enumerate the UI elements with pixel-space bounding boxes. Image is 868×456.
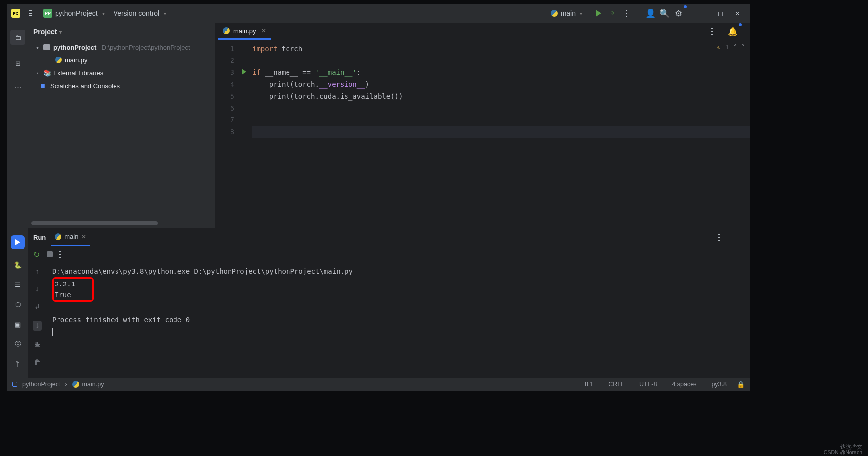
editor-more-button[interactable]	[705, 25, 719, 39]
python-console-button[interactable]: ⬡	[13, 300, 22, 309]
scrollbar-thumb[interactable]	[31, 221, 158, 225]
breadcrumb-file[interactable]: main.py	[72, 381, 104, 388]
dots-vertical-icon	[711, 28, 713, 35]
status-indent[interactable]: 4 spaces	[672, 381, 696, 388]
run-more-button[interactable]	[712, 230, 726, 244]
run-more-actions-button[interactable]	[59, 251, 61, 258]
hide-run-button[interactable]: ―	[731, 230, 745, 244]
project-tree[interactable]: ▾ pythonProject D:\pythonProject\pythonP…	[28, 41, 215, 220]
search-everywhere-button[interactable]: 🔍	[657, 6, 671, 20]
line-num: 5	[215, 90, 234, 102]
code-text[interactable]: import torch if __name__ == '__main__': …	[249, 41, 750, 228]
branch-icon: ᛘ	[16, 360, 20, 368]
vcs-button[interactable]: ᛘ	[13, 359, 22, 368]
problems-count: 1	[725, 44, 729, 51]
services-button[interactable]: ☰	[13, 280, 22, 289]
python-icon	[223, 27, 230, 34]
debug-button[interactable]: ⌖	[605, 6, 619, 20]
next-problem-button[interactable]: ˅	[742, 44, 745, 51]
chevron-down-icon: ▾	[34, 45, 40, 50]
run-body: Run main ✕ ― ↻ ↑ ↓ ↲ ⤓	[28, 228, 750, 378]
play-icon	[15, 239, 20, 245]
warning-icon: ⓪	[15, 340, 21, 348]
run-tab-label: main	[64, 233, 78, 240]
window-close-button[interactable]: ✕	[729, 6, 746, 21]
scratch-icon: ≣	[40, 82, 47, 89]
python-icon	[55, 57, 62, 63]
notifications-button[interactable]: 🔔	[726, 25, 740, 39]
python-packages-button[interactable]: 🐍	[13, 260, 22, 269]
line-gutter: 1 2 3 4 5 6 7 8	[215, 41, 238, 228]
dots-vertical-icon	[718, 234, 720, 241]
sidebar-hscrollbar[interactable]	[31, 221, 212, 225]
status-linesep[interactable]: CRLF	[608, 381, 625, 388]
clear-button[interactable]: 🗑	[34, 358, 41, 366]
tree-root[interactable]: ▾ pythonProject D:\pythonProject\pythonP…	[31, 41, 215, 54]
problems-button[interactable]: ⓪	[13, 340, 22, 348]
close-run-tab-button[interactable]: ✕	[81, 233, 86, 240]
bug-icon: ⌖	[610, 8, 615, 18]
line-num: 8	[215, 126, 234, 138]
line-num: 4	[215, 78, 234, 90]
print-button[interactable]: 🖶	[34, 341, 41, 348]
maximize-icon: ◻	[718, 10, 723, 17]
soft-wrap-button[interactable]: ↲	[34, 303, 40, 311]
layers-icon: ☰	[15, 281, 21, 288]
terminal-button[interactable]: ▣	[13, 320, 22, 329]
more-tools-button[interactable]: ⋯	[13, 82, 23, 92]
tree-file-main[interactable]: main.py	[31, 54, 215, 66]
person-plus-icon: 👤	[645, 8, 656, 19]
project-sidebar: Project ▾ ▾ pythonProject D:\pythonProje…	[28, 23, 215, 228]
vcs-label: Version control	[114, 9, 160, 17]
close-tab-button[interactable]: ✕	[261, 27, 266, 34]
prev-problem-button[interactable]: ˄	[734, 44, 737, 51]
status-encoding[interactable]: UTF-8	[639, 381, 657, 388]
project-tool-button[interactable]: 🗀	[10, 30, 25, 45]
rerun-button[interactable]: ↻	[33, 250, 40, 259]
run-gutter	[238, 41, 249, 228]
window-maximize-button[interactable]: ◻	[712, 6, 729, 21]
status-linecol[interactable]: 8:1	[585, 381, 593, 388]
project-panel-header[interactable]: Project ▾	[28, 23, 215, 41]
python-icon: 🐍	[14, 261, 22, 269]
down-button[interactable]: ↓	[36, 285, 39, 293]
bell-icon: 🔔	[728, 27, 738, 36]
watermark: 达这些文 CSDN @Norach	[824, 444, 862, 455]
lock-icon[interactable]: 🔒	[737, 381, 745, 388]
scroll-end-button[interactable]: ⤓	[33, 321, 42, 331]
run-tab-main[interactable]: main ✕	[51, 228, 90, 246]
run-output-row: ↑ ↓ ↲ ⤓ 🖶 🗑 D:\anaconda\envs\py3.8\pytho…	[28, 262, 750, 378]
more-actions-button[interactable]	[619, 6, 633, 20]
vcs-selector[interactable]: Version control ▾	[114, 9, 167, 17]
breadcrumb-project[interactable]: pythonProject	[22, 381, 60, 388]
tree-scratches[interactable]: ≣ Scratches and Consoles	[31, 79, 215, 92]
code-with-me-button[interactable]: 👤	[643, 6, 657, 20]
settings-button[interactable]: ⚙	[671, 6, 685, 20]
window-minimize-button[interactable]: ―	[695, 6, 712, 21]
gutter-run-button[interactable]	[238, 66, 249, 78]
tree-ext-libs[interactable]: › 📚 External Libraries	[31, 66, 215, 79]
up-button[interactable]: ↑	[36, 267, 39, 275]
console-output[interactable]: D:\anaconda\envs\py3.8\python.exe D:\pyt…	[46, 262, 750, 378]
library-icon: 📚	[43, 69, 50, 76]
run-config-name: main	[561, 9, 576, 17]
problems-widget[interactable]: ⚠ 1 ˄ ˅	[717, 44, 745, 51]
chevron-right-icon: ›	[34, 70, 40, 76]
title-bar: PC PP pythonProject ▾ Version control ▾ …	[7, 4, 750, 23]
main-menu-button[interactable]	[29, 6, 43, 20]
run-tool-window: 🐍 ☰ ⬡ ▣ ⓪ ᛘ Run main ✕ ― ↻	[7, 228, 750, 378]
python-icon	[55, 233, 61, 240]
status-interpreter[interactable]: py3.8	[711, 381, 727, 388]
run-button[interactable]	[591, 6, 605, 20]
hamburger-icon	[29, 13, 32, 14]
tree-file-label: main.py	[65, 57, 88, 64]
update-dot-icon	[684, 5, 687, 8]
editor-tab-main[interactable]: main.py ✕	[218, 24, 271, 40]
pycharm-logo-icon: PC	[11, 9, 20, 18]
project-selector[interactable]: PP pythonProject ▾	[43, 9, 105, 18]
structure-tool-button[interactable]: ⊞	[13, 58, 23, 68]
stop-button[interactable]	[47, 251, 53, 257]
run-tool-button[interactable]	[11, 235, 25, 249]
code-editor[interactable]: 1 2 3 4 5 6 7 8 import torch if __name__…	[215, 41, 750, 228]
run-config-selector[interactable]: main ▾	[551, 9, 582, 17]
